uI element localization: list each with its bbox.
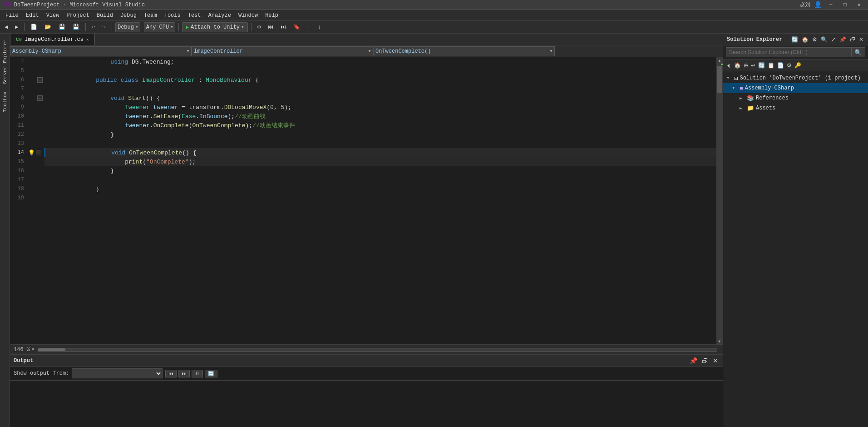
output-btn-2[interactable]: ⏭ [178,370,190,377]
se-search-button[interactable]: 🔍 [852,47,865,57]
collapse-btn-6[interactable]: − [37,77,43,83]
output-btn-3[interactable]: ⏸ [192,370,203,377]
line-numbers-gutter: 4 5 6 7 8 9 10 11 12 13 14 15 16 17 18 1… [10,57,28,344]
solution-explorer: Solution Explorer 🔄 🏠 ⚙ 🔍 ⤢ 📌 🗗 ✕ 🔍 [723,34,868,427]
gutter-8[interactable]: − [28,94,44,103]
output-source-select[interactable] [72,368,163,378]
toolbar-nav1[interactable]: ⏮ [265,23,276,31]
minimize-icon[interactable]: ─ [825,2,836,8]
save-btn[interactable]: 💾 [56,23,68,31]
close-icon[interactable]: ✕ [854,1,864,8]
menu-build[interactable]: Build [93,11,117,20]
se-toolbar-btn6[interactable]: 📋 [767,61,775,70]
platform-dropdown[interactable]: Any CPU ▼ [144,22,175,32]
se-pin-btn[interactable]: 📌 [838,35,847,44]
se-toolbar-btn5[interactable]: 🔄 [757,61,766,70]
se-icon-expand[interactable]: ⤢ [830,35,837,44]
server-explorer-tab[interactable]: Server Explorer [1,35,9,88]
se-close-btn[interactable]: ✕ [858,35,864,44]
output-btn-1[interactable]: ⏮ [165,370,177,377]
references-icon: 📚 [747,94,754,102]
menu-analyze[interactable]: Analyze [205,11,235,20]
collapse-btn-8[interactable]: − [37,95,43,101]
se-icon-home[interactable]: 🏠 [801,35,809,44]
h-scrollbar-thumb[interactable] [38,348,65,351]
gutter-14[interactable]: 💡 − [28,148,44,157]
scroll-indicator [721,64,723,65]
se-toolbar-btn8[interactable]: ⚙ [786,61,793,70]
scroll-up-btn[interactable]: ▲ [716,57,723,64]
output-pin-btn[interactable]: 📌 [689,356,698,365]
gutter-6[interactable]: − [28,75,44,84]
zoom-dropdown-icon[interactable]: ▼ [32,348,34,352]
undo-btn[interactable]: ↩ [89,23,98,31]
se-icon-refresh[interactable]: 🔄 [790,35,799,44]
se-toolbar-btn9[interactable]: 🔑 [794,61,802,70]
attach-to-unity-button[interactable]: ▶ Attach to Unity ▼ [182,22,248,32]
menu-tools[interactable]: Tools [161,11,184,20]
gutter-15 [28,157,44,166]
scroll-down-btn[interactable]: ▼ [716,338,723,344]
toolbar-nav2[interactable]: ⏭ [278,23,289,31]
se-float-btn[interactable]: 🗗 [849,35,856,44]
gutter-9 [28,103,44,112]
se-search-input[interactable] [726,47,852,57]
menu-window[interactable]: Window [235,11,261,20]
open-btn[interactable]: 📂 [42,23,54,31]
sign-in-icon[interactable]: 👤 [814,1,822,9]
editor-column: C# ImageController.cs ✕ Assembly-CSharp … [10,34,723,427]
code-editor[interactable]: 4 5 6 7 8 9 10 11 12 13 14 15 16 17 18 1… [10,57,723,344]
new-project-btn[interactable]: 📄 [28,23,40,31]
menu-debug[interactable]: Debug [117,11,140,20]
menu-view[interactable]: View [43,11,63,20]
menu-help[interactable]: Help [261,11,282,20]
method-dropdown[interactable]: OnTweenComplete() ▼ [373,46,555,56]
forward-btn[interactable]: ▶ [12,23,21,31]
menu-team[interactable]: Team [140,11,161,20]
maximize-icon[interactable]: □ [840,2,850,8]
code-scroll-area[interactable]: using DG.Tweening; public class ImageCon… [44,57,716,344]
config-dropdown[interactable]: Debug ▼ [115,22,140,32]
tab-imagecontroller[interactable]: C# ImageController.cs ✕ [10,34,95,45]
output-float-btn[interactable]: 🗗 [701,356,709,365]
toolbox-tab[interactable]: Toolbox [1,88,9,116]
output-close-btn[interactable]: ✕ [712,356,719,365]
se-toolbar-btn7[interactable]: 📄 [776,61,785,70]
se-references-item[interactable]: ▶ 📚 References [723,93,868,103]
se-tree: ▼ ⊡ Solution 'DoTweenProject' (1 project… [723,71,868,427]
vertical-scrollbar[interactable]: ▲ ▼ [716,57,723,344]
save-all-btn[interactable]: 💾 [70,23,82,31]
attach-label: Attach to Unity [191,24,240,30]
se-icon-filter[interactable]: 🔍 [820,35,829,44]
redo-btn[interactable]: ↪ [100,23,108,31]
show-output-label: Show output from: [14,370,69,377]
class-dropdown[interactable]: ImageController ▼ [192,46,373,56]
se-assets-item[interactable]: ▶ 📁 Assets [723,103,868,113]
toolbar-nav4[interactable]: ↑ [305,23,313,31]
gutter-18 [28,184,44,194]
menu-project[interactable]: Project [63,11,93,20]
code-line-16: } [44,166,716,175]
output-btn-4[interactable]: 🔄 [205,370,217,377]
namespace-dropdown[interactable]: Assembly-CSharp ▼ [10,46,192,56]
se-toolbar-btn1[interactable]: ⏴ [725,61,732,70]
scroll-indicator-bar[interactable] [38,348,717,352]
toolbar-nav5[interactable]: ↓ [315,23,324,31]
se-toolbar-btn4[interactable]: ↩ [750,61,756,70]
toolbar-extras[interactable]: ⚙ [255,23,263,31]
menu-test[interactable]: Test [184,11,205,20]
scrollbar-thumb[interactable] [717,66,722,93]
se-toolbar-btn2[interactable]: 🏠 [733,61,742,70]
se-project-item[interactable]: ▼ ■ Assembly-CSharp [723,83,868,93]
menu-edit[interactable]: Edit [22,11,43,20]
tab-close-btn[interactable]: ✕ [86,37,89,42]
collapse-btn-14[interactable]: − [36,150,41,155]
se-solution-item[interactable]: ▼ ⊡ Solution 'DoTweenProject' (1 project… [723,73,868,83]
lightbulb-icon[interactable]: 💡 [28,149,35,156]
back-btn[interactable]: ◀ [2,23,10,31]
se-toolbar-btn3[interactable]: ⊕ [743,61,749,70]
toolbar-nav3[interactable]: 🔖 [291,23,303,31]
se-icon-settings[interactable]: ⚙ [811,35,818,44]
window-title: DoTweenProject - Microsoft Visual Studio [14,2,145,8]
menu-file[interactable]: File [2,11,22,20]
